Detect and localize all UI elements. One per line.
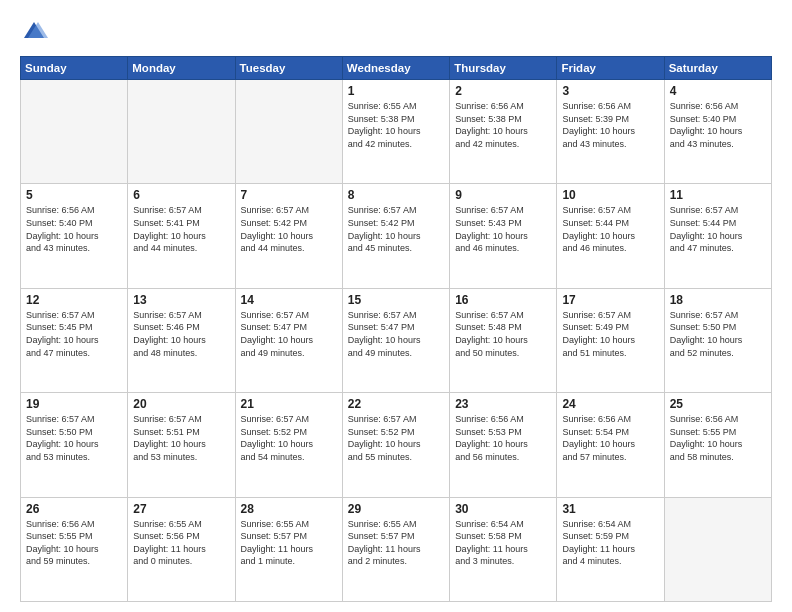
day-number: 2 xyxy=(455,84,551,98)
day-number: 15 xyxy=(348,293,444,307)
day-number: 31 xyxy=(562,502,658,516)
day-info: Sunrise: 6:57 AM Sunset: 5:46 PM Dayligh… xyxy=(133,309,229,359)
calendar-cell: 5Sunrise: 6:56 AM Sunset: 5:40 PM Daylig… xyxy=(21,184,128,288)
day-number: 27 xyxy=(133,502,229,516)
day-header-tuesday: Tuesday xyxy=(235,57,342,80)
day-number: 29 xyxy=(348,502,444,516)
logo xyxy=(20,18,52,46)
calendar-cell: 29Sunrise: 6:55 AM Sunset: 5:57 PM Dayli… xyxy=(342,497,449,601)
day-number: 26 xyxy=(26,502,122,516)
calendar-cell: 4Sunrise: 6:56 AM Sunset: 5:40 PM Daylig… xyxy=(664,80,771,184)
day-info: Sunrise: 6:56 AM Sunset: 5:55 PM Dayligh… xyxy=(26,518,122,568)
day-number: 11 xyxy=(670,188,766,202)
day-info: Sunrise: 6:56 AM Sunset: 5:40 PM Dayligh… xyxy=(26,204,122,254)
day-info: Sunrise: 6:56 AM Sunset: 5:40 PM Dayligh… xyxy=(670,100,766,150)
day-info: Sunrise: 6:57 AM Sunset: 5:52 PM Dayligh… xyxy=(241,413,337,463)
calendar-cell: 11Sunrise: 6:57 AM Sunset: 5:44 PM Dayli… xyxy=(664,184,771,288)
day-info: Sunrise: 6:55 AM Sunset: 5:57 PM Dayligh… xyxy=(348,518,444,568)
calendar-cell: 25Sunrise: 6:56 AM Sunset: 5:55 PM Dayli… xyxy=(664,393,771,497)
day-info: Sunrise: 6:57 AM Sunset: 5:51 PM Dayligh… xyxy=(133,413,229,463)
calendar-cell: 18Sunrise: 6:57 AM Sunset: 5:50 PM Dayli… xyxy=(664,288,771,392)
day-number: 22 xyxy=(348,397,444,411)
day-info: Sunrise: 6:54 AM Sunset: 5:58 PM Dayligh… xyxy=(455,518,551,568)
day-number: 7 xyxy=(241,188,337,202)
day-header-thursday: Thursday xyxy=(450,57,557,80)
calendar-cell: 24Sunrise: 6:56 AM Sunset: 5:54 PM Dayli… xyxy=(557,393,664,497)
day-info: Sunrise: 6:54 AM Sunset: 5:59 PM Dayligh… xyxy=(562,518,658,568)
day-number: 28 xyxy=(241,502,337,516)
day-number: 17 xyxy=(562,293,658,307)
day-info: Sunrise: 6:57 AM Sunset: 5:48 PM Dayligh… xyxy=(455,309,551,359)
calendar-cell: 30Sunrise: 6:54 AM Sunset: 5:58 PM Dayli… xyxy=(450,497,557,601)
calendar-cell: 1Sunrise: 6:55 AM Sunset: 5:38 PM Daylig… xyxy=(342,80,449,184)
day-info: Sunrise: 6:57 AM Sunset: 5:52 PM Dayligh… xyxy=(348,413,444,463)
calendar-cell: 9Sunrise: 6:57 AM Sunset: 5:43 PM Daylig… xyxy=(450,184,557,288)
calendar-cell: 23Sunrise: 6:56 AM Sunset: 5:53 PM Dayli… xyxy=(450,393,557,497)
calendar-cell xyxy=(664,497,771,601)
calendar-cell: 13Sunrise: 6:57 AM Sunset: 5:46 PM Dayli… xyxy=(128,288,235,392)
calendar-week-5: 26Sunrise: 6:56 AM Sunset: 5:55 PM Dayli… xyxy=(21,497,772,601)
day-number: 5 xyxy=(26,188,122,202)
day-info: Sunrise: 6:56 AM Sunset: 5:53 PM Dayligh… xyxy=(455,413,551,463)
calendar-cell: 14Sunrise: 6:57 AM Sunset: 5:47 PM Dayli… xyxy=(235,288,342,392)
calendar-cell xyxy=(235,80,342,184)
day-number: 3 xyxy=(562,84,658,98)
day-number: 24 xyxy=(562,397,658,411)
calendar-cell: 20Sunrise: 6:57 AM Sunset: 5:51 PM Dayli… xyxy=(128,393,235,497)
day-info: Sunrise: 6:57 AM Sunset: 5:42 PM Dayligh… xyxy=(241,204,337,254)
day-number: 9 xyxy=(455,188,551,202)
calendar-cell: 21Sunrise: 6:57 AM Sunset: 5:52 PM Dayli… xyxy=(235,393,342,497)
day-number: 19 xyxy=(26,397,122,411)
day-info: Sunrise: 6:57 AM Sunset: 5:49 PM Dayligh… xyxy=(562,309,658,359)
day-header-friday: Friday xyxy=(557,57,664,80)
calendar-cell: 6Sunrise: 6:57 AM Sunset: 5:41 PM Daylig… xyxy=(128,184,235,288)
calendar-header-row: SundayMondayTuesdayWednesdayThursdayFrid… xyxy=(21,57,772,80)
calendar-cell xyxy=(128,80,235,184)
calendar-cell: 16Sunrise: 6:57 AM Sunset: 5:48 PM Dayli… xyxy=(450,288,557,392)
day-info: Sunrise: 6:56 AM Sunset: 5:54 PM Dayligh… xyxy=(562,413,658,463)
calendar-cell: 27Sunrise: 6:55 AM Sunset: 5:56 PM Dayli… xyxy=(128,497,235,601)
day-number: 13 xyxy=(133,293,229,307)
day-info: Sunrise: 6:57 AM Sunset: 5:47 PM Dayligh… xyxy=(241,309,337,359)
logo-icon xyxy=(20,18,48,46)
calendar-cell: 10Sunrise: 6:57 AM Sunset: 5:44 PM Dayli… xyxy=(557,184,664,288)
calendar-cell: 19Sunrise: 6:57 AM Sunset: 5:50 PM Dayli… xyxy=(21,393,128,497)
day-info: Sunrise: 6:57 AM Sunset: 5:42 PM Dayligh… xyxy=(348,204,444,254)
day-info: Sunrise: 6:57 AM Sunset: 5:50 PM Dayligh… xyxy=(670,309,766,359)
day-header-saturday: Saturday xyxy=(664,57,771,80)
header xyxy=(20,18,772,46)
day-number: 10 xyxy=(562,188,658,202)
day-info: Sunrise: 6:57 AM Sunset: 5:50 PM Dayligh… xyxy=(26,413,122,463)
day-info: Sunrise: 6:57 AM Sunset: 5:45 PM Dayligh… xyxy=(26,309,122,359)
calendar-cell: 15Sunrise: 6:57 AM Sunset: 5:47 PM Dayli… xyxy=(342,288,449,392)
day-number: 14 xyxy=(241,293,337,307)
page: SundayMondayTuesdayWednesdayThursdayFrid… xyxy=(0,0,792,612)
calendar-cell: 7Sunrise: 6:57 AM Sunset: 5:42 PM Daylig… xyxy=(235,184,342,288)
calendar-week-2: 5Sunrise: 6:56 AM Sunset: 5:40 PM Daylig… xyxy=(21,184,772,288)
day-number: 30 xyxy=(455,502,551,516)
calendar-week-4: 19Sunrise: 6:57 AM Sunset: 5:50 PM Dayli… xyxy=(21,393,772,497)
day-header-wednesday: Wednesday xyxy=(342,57,449,80)
day-info: Sunrise: 6:57 AM Sunset: 5:43 PM Dayligh… xyxy=(455,204,551,254)
day-info: Sunrise: 6:55 AM Sunset: 5:56 PM Dayligh… xyxy=(133,518,229,568)
day-number: 4 xyxy=(670,84,766,98)
day-info: Sunrise: 6:56 AM Sunset: 5:55 PM Dayligh… xyxy=(670,413,766,463)
day-number: 20 xyxy=(133,397,229,411)
day-number: 18 xyxy=(670,293,766,307)
calendar-cell: 22Sunrise: 6:57 AM Sunset: 5:52 PM Dayli… xyxy=(342,393,449,497)
calendar-cell: 2Sunrise: 6:56 AM Sunset: 5:38 PM Daylig… xyxy=(450,80,557,184)
calendar-table: SundayMondayTuesdayWednesdayThursdayFrid… xyxy=(20,56,772,602)
day-info: Sunrise: 6:57 AM Sunset: 5:44 PM Dayligh… xyxy=(562,204,658,254)
calendar-week-1: 1Sunrise: 6:55 AM Sunset: 5:38 PM Daylig… xyxy=(21,80,772,184)
day-header-sunday: Sunday xyxy=(21,57,128,80)
calendar-cell: 12Sunrise: 6:57 AM Sunset: 5:45 PM Dayli… xyxy=(21,288,128,392)
day-number: 12 xyxy=(26,293,122,307)
calendar-cell: 28Sunrise: 6:55 AM Sunset: 5:57 PM Dayli… xyxy=(235,497,342,601)
calendar-cell: 31Sunrise: 6:54 AM Sunset: 5:59 PM Dayli… xyxy=(557,497,664,601)
day-info: Sunrise: 6:56 AM Sunset: 5:39 PM Dayligh… xyxy=(562,100,658,150)
calendar-week-3: 12Sunrise: 6:57 AM Sunset: 5:45 PM Dayli… xyxy=(21,288,772,392)
day-info: Sunrise: 6:56 AM Sunset: 5:38 PM Dayligh… xyxy=(455,100,551,150)
day-number: 8 xyxy=(348,188,444,202)
day-number: 16 xyxy=(455,293,551,307)
day-info: Sunrise: 6:57 AM Sunset: 5:47 PM Dayligh… xyxy=(348,309,444,359)
